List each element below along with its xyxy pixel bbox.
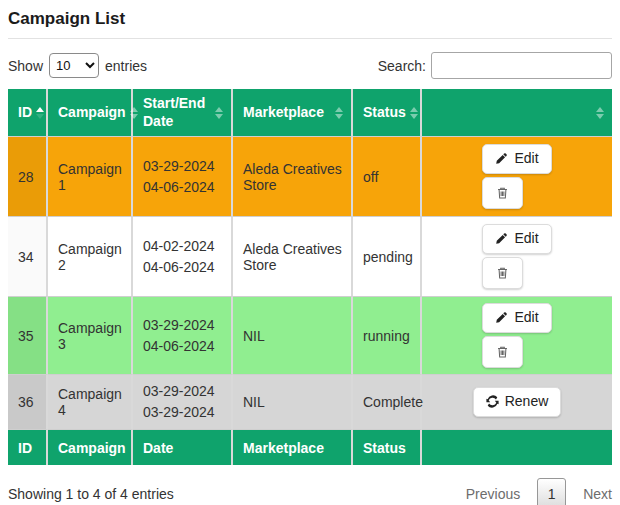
trash-icon	[496, 345, 509, 359]
cell-actions: Edit	[422, 137, 612, 217]
cell-marketplace: NIL	[233, 375, 353, 430]
cell-actions: Edit	[422, 217, 612, 297]
cell-marketplace: Aleda Creatives Store	[233, 217, 353, 297]
cell-status: Complete	[353, 375, 422, 430]
table-row: 35 Campaign 3 03-29-2024 04-06-2024 NIL …	[8, 297, 612, 375]
pencil-icon	[495, 232, 508, 245]
column-header-date[interactable]: Start/End Date	[133, 89, 233, 137]
search-control: Search:	[378, 52, 612, 79]
sort-arrows-icon	[410, 107, 418, 119]
column-header-campaign[interactable]: Campaign	[48, 89, 133, 137]
footer-label-actions	[422, 430, 612, 465]
table-header-row: ID Campaign Start/End Date Marketplace S…	[8, 89, 612, 137]
page-length-select[interactable]: 10	[49, 53, 99, 78]
trash-icon	[496, 186, 509, 200]
edit-button[interactable]: Edit	[482, 144, 551, 173]
cell-dates: 03-29-2024 04-06-2024	[133, 297, 233, 375]
cell-id: 28	[8, 137, 48, 217]
renew-button-label: Renew	[505, 394, 549, 409]
footer-label-status: Status	[353, 430, 422, 465]
column-header-marketplace[interactable]: Marketplace	[233, 89, 353, 137]
table-footer-row: ID Campaign Date Marketplace Status	[8, 430, 612, 465]
cell-campaign: Campaign 1	[48, 137, 133, 217]
cell-actions: Edit	[422, 297, 612, 375]
cell-status: running	[353, 297, 422, 375]
cell-campaign: Campaign 2	[48, 217, 133, 297]
title-divider	[8, 38, 612, 39]
start-date: 03-29-2024	[143, 381, 223, 402]
footer-label-marketplace: Marketplace	[233, 430, 353, 465]
header-label: Start/End Date	[143, 95, 211, 130]
sort-arrows-icon	[215, 107, 223, 119]
entries-summary: Showing 1 to 4 of 4 entries	[8, 486, 174, 502]
delete-button[interactable]	[482, 257, 523, 289]
end-date: 04-06-2024	[143, 257, 223, 278]
page-title: Campaign List	[8, 8, 612, 30]
renew-button[interactable]: Renew	[473, 387, 562, 416]
cell-campaign: Campaign 4	[48, 375, 133, 430]
search-label: Search:	[378, 58, 426, 74]
footer-label-date: Date	[133, 430, 233, 465]
cell-dates: 03-29-2024 03-29-2024	[133, 375, 233, 430]
sort-arrows-icon	[596, 107, 604, 119]
cell-actions: Renew	[422, 375, 612, 430]
footer-label-campaign: Campaign	[48, 430, 133, 465]
refresh-icon	[486, 395, 499, 408]
campaign-table: ID Campaign Start/End Date Marketplace S…	[8, 89, 612, 465]
cell-id: 35	[8, 297, 48, 375]
table-row: 34 Campaign 2 04-02-2024 04-06-2024 Aled…	[8, 217, 612, 297]
table-footer-bar: Showing 1 to 4 of 4 entries Previous 1 N…	[8, 478, 612, 505]
pencil-icon	[495, 311, 508, 324]
pencil-icon	[495, 152, 508, 165]
edit-button[interactable]: Edit	[482, 224, 551, 253]
pagination-previous[interactable]: Previous	[466, 486, 520, 502]
start-date: 04-02-2024	[143, 236, 223, 257]
edit-button-label: Edit	[514, 151, 538, 166]
header-label: ID	[18, 104, 32, 122]
column-header-id[interactable]: ID	[8, 89, 48, 137]
cell-campaign: Campaign 3	[48, 297, 133, 375]
cell-status: off	[353, 137, 422, 217]
start-date: 03-29-2024	[143, 315, 223, 336]
header-label: Status	[363, 104, 406, 122]
edit-button-label: Edit	[514, 231, 538, 246]
footer-label-id: ID	[8, 430, 48, 465]
header-label: Campaign	[58, 104, 126, 122]
cell-id: 36	[8, 375, 48, 430]
delete-button[interactable]	[482, 336, 523, 368]
show-label: Show	[8, 58, 43, 74]
cell-marketplace: Aleda Creatives Store	[233, 137, 353, 217]
edit-button-label: Edit	[514, 310, 538, 325]
sort-arrows-icon	[335, 107, 343, 119]
start-date: 03-29-2024	[143, 156, 223, 177]
search-input[interactable]	[431, 52, 612, 79]
pagination-page-1[interactable]: 1	[537, 478, 566, 505]
table-controls: Show 10 entries Search:	[8, 52, 612, 79]
end-date: 03-29-2024	[143, 402, 223, 423]
end-date: 04-06-2024	[143, 177, 223, 198]
pagination-next[interactable]: Next	[583, 486, 612, 502]
sort-arrows-icon	[130, 107, 138, 119]
cell-marketplace: NIL	[233, 297, 353, 375]
table-row: 28 Campaign 1 03-29-2024 04-06-2024 Aled…	[8, 137, 612, 217]
cell-dates: 04-02-2024 04-06-2024	[133, 217, 233, 297]
edit-button[interactable]: Edit	[482, 303, 551, 332]
pagination: Previous 1 Next	[466, 478, 612, 505]
delete-button[interactable]	[482, 177, 523, 209]
header-label: Marketplace	[243, 104, 331, 122]
cell-dates: 03-29-2024 04-06-2024	[133, 137, 233, 217]
cell-id: 34	[8, 217, 48, 297]
cell-status: pending	[353, 217, 422, 297]
column-header-actions[interactable]	[422, 89, 612, 137]
trash-icon	[496, 266, 509, 280]
table-row: 36 Campaign 4 03-29-2024 03-29-2024 NIL …	[8, 375, 612, 430]
page-length-control: Show 10 entries	[8, 53, 147, 78]
column-header-status[interactable]: Status	[353, 89, 422, 137]
entries-label: entries	[105, 58, 147, 74]
end-date: 04-06-2024	[143, 336, 223, 357]
sort-arrows-icon	[36, 107, 44, 119]
